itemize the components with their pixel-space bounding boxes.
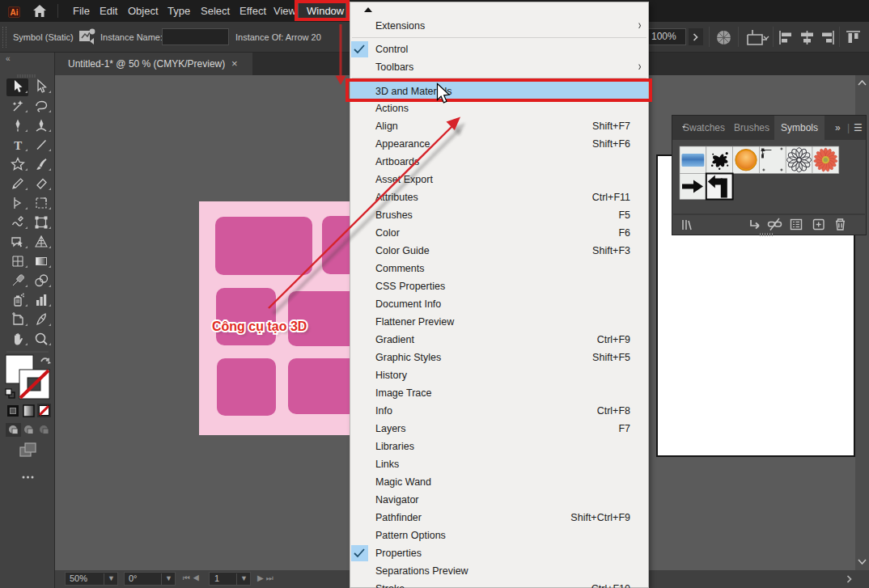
svg-text:T: T (14, 139, 22, 152)
svg-text:«: « (6, 54, 11, 63)
